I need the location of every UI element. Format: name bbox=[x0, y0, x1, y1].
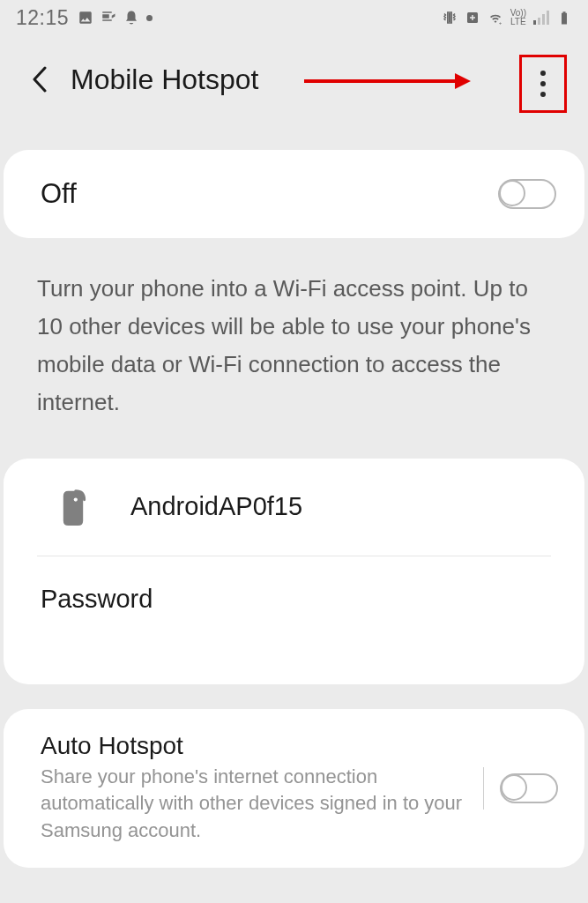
auto-hotspot-info[interactable]: Auto Hotspot Share your phone's internet… bbox=[41, 732, 483, 845]
battery-icon bbox=[556, 10, 572, 26]
password-row[interactable]: Password bbox=[4, 556, 584, 684]
annotation-arrow bbox=[304, 79, 458, 83]
wifi-icon: + bbox=[488, 10, 503, 26]
back-button[interactable] bbox=[26, 66, 53, 93]
vibrate-icon bbox=[442, 10, 458, 26]
video-off-icon bbox=[100, 10, 116, 26]
volte-indicator: Vo)) LTE bbox=[510, 9, 526, 26]
auto-hotspot-right bbox=[483, 767, 558, 810]
hotspot-icon bbox=[58, 489, 88, 526]
network-name-row[interactable]: AndroidAP0f15 bbox=[4, 459, 584, 556]
app-header: Mobile Hotspot bbox=[0, 35, 588, 123]
more-vertical-icon bbox=[540, 71, 546, 97]
auto-hotspot-toggle[interactable] bbox=[500, 773, 558, 803]
page-title: Mobile Hotspot bbox=[71, 63, 258, 96]
svg-rect-2 bbox=[562, 13, 567, 25]
vertical-divider bbox=[483, 767, 484, 810]
auto-hotspot-description: Share your phone's internet connection a… bbox=[41, 764, 483, 845]
status-right: + Vo)) LTE bbox=[442, 9, 572, 26]
auto-hotspot-title: Auto Hotspot bbox=[41, 732, 483, 760]
svg-text:+: + bbox=[498, 20, 502, 26]
password-label: Password bbox=[41, 585, 153, 613]
chevron-left-icon bbox=[32, 66, 48, 93]
toggle-knob bbox=[499, 180, 525, 206]
notification-icon bbox=[123, 10, 139, 26]
hotspot-toggle-card: Off bbox=[4, 150, 584, 238]
signal-icon bbox=[533, 11, 549, 25]
status-bar: 12:15 + Vo)) LTE bbox=[0, 0, 588, 35]
network-info-card: AndroidAP0f15 Password bbox=[4, 459, 584, 684]
toggle-knob bbox=[501, 774, 527, 801]
data-saver-icon bbox=[465, 10, 480, 26]
svg-point-4 bbox=[74, 497, 78, 501]
status-icons-left bbox=[78, 10, 153, 26]
status-time: 12:15 bbox=[16, 6, 69, 30]
image-icon bbox=[78, 10, 93, 26]
status-left: 12:15 bbox=[16, 6, 153, 30]
auto-hotspot-card: Auto Hotspot Share your phone's internet… bbox=[4, 709, 584, 868]
svg-rect-3 bbox=[563, 11, 566, 13]
more-options-button[interactable] bbox=[519, 55, 567, 113]
more-notifications-icon bbox=[146, 15, 153, 21]
hotspot-status-label: Off bbox=[41, 178, 77, 210]
hotspot-toggle[interactable] bbox=[498, 179, 556, 209]
hotspot-description: Turn your phone into a Wi-Fi access poin… bbox=[0, 238, 588, 448]
network-name: AndroidAP0f15 bbox=[130, 492, 302, 521]
